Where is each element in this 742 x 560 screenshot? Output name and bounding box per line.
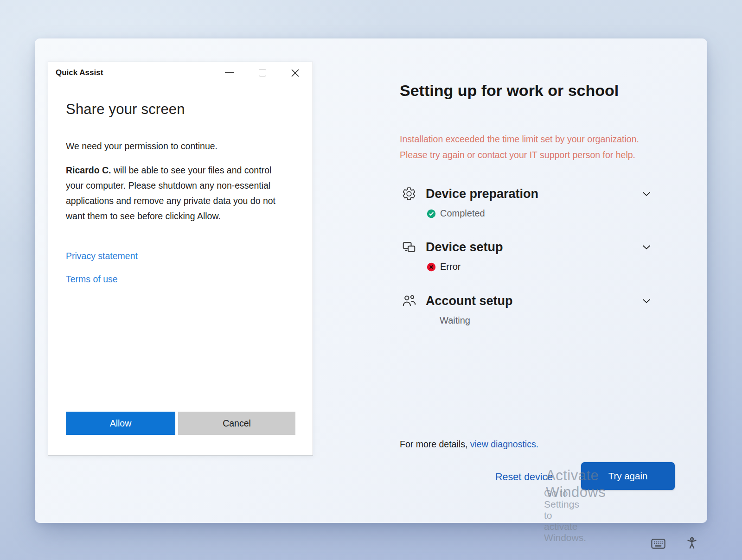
section-device-preparation[interactable]: Device preparation Completed [400, 185, 654, 219]
privacy-statement-link[interactable]: Privacy statement [66, 251, 138, 261]
view-diagnostics-link[interactable]: view diagnostics. [470, 439, 538, 449]
devices-icon [402, 240, 416, 255]
try-again-button[interactable]: Try again [581, 462, 675, 490]
section-label: Account setup [426, 294, 513, 308]
maximize-button[interactable] [246, 62, 279, 83]
maximize-icon [259, 69, 266, 76]
setup-title: Setting up for work or school [400, 82, 619, 100]
section-device-setup[interactable]: Device setup Error [400, 238, 654, 272]
section-label: Device setup [426, 240, 503, 255]
error-message-line1: Installation exceeded the time limit set… [400, 131, 639, 147]
reset-device-link[interactable]: Reset device [495, 471, 553, 483]
share-screen-heading: Share your screen [66, 101, 185, 118]
chevron-down-icon[interactable] [640, 241, 653, 254]
section-status: Completed [440, 208, 485, 219]
close-icon [291, 69, 300, 77]
accessibility-icon[interactable] [686, 537, 698, 554]
section-account-setup[interactable]: Account setup Waiting [400, 292, 654, 326]
permission-description: Ricardo C. will be able to see your file… [66, 163, 288, 224]
people-icon [402, 293, 416, 308]
helper-name: Ricardo C. [66, 165, 111, 175]
allow-button[interactable]: Allow [66, 412, 175, 435]
completed-check-icon [427, 209, 436, 218]
gear-icon [402, 186, 416, 201]
window-title: Quick Assist [56, 68, 103, 77]
section-status: Error [440, 261, 461, 272]
details-prefix: For more details, [400, 439, 470, 449]
cancel-button[interactable]: Cancel [178, 412, 295, 435]
chevron-down-icon[interactable] [640, 187, 653, 200]
minimize-button[interactable] [213, 62, 246, 83]
window-controls [213, 62, 312, 83]
minimize-icon [225, 72, 234, 74]
quick-assist-window: Quick Assist Share your screen We need y… [48, 62, 313, 456]
chevron-down-icon[interactable] [640, 294, 653, 307]
details-line: For more details, view diagnostics. [400, 439, 538, 450]
touch-keyboard-icon[interactable] [651, 539, 665, 551]
error-message: Installation exceeded the time limit set… [400, 131, 639, 163]
error-message-line2: Please try again or contact your IT supp… [400, 147, 639, 163]
section-status: Waiting [440, 315, 470, 326]
close-button[interactable] [279, 62, 312, 83]
section-label: Device preparation [426, 187, 538, 201]
quick-assist-titlebar[interactable]: Quick Assist [48, 62, 313, 83]
terms-of-use-link[interactable]: Terms of use [66, 274, 118, 285]
setup-card: Quick Assist Share your screen We need y… [35, 38, 707, 523]
error-x-icon [427, 262, 436, 272]
permission-intro: We need your permission to continue. [66, 141, 217, 152]
